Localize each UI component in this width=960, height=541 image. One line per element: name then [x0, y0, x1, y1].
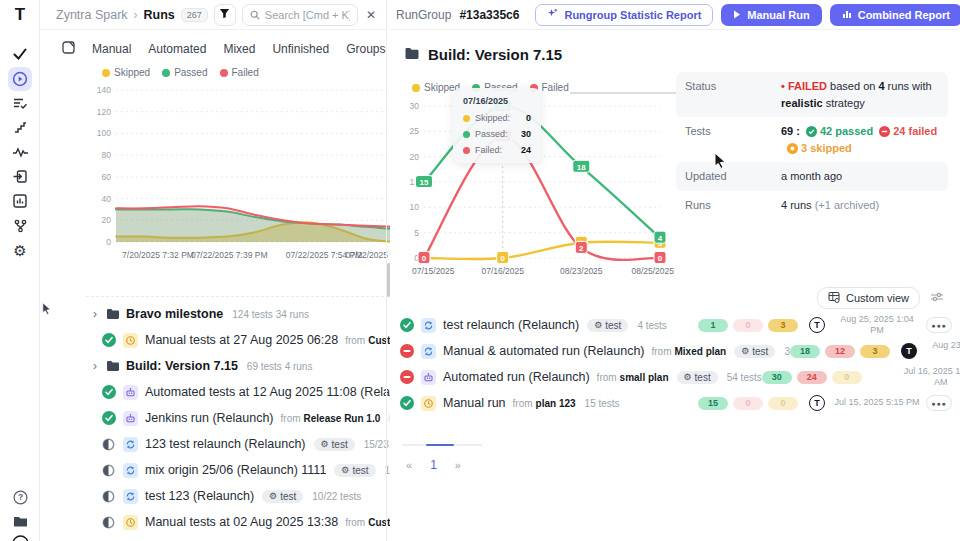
sidebar-item-report[interactable]	[8, 189, 32, 213]
tooltip-row: Skipped:0	[463, 113, 531, 123]
left-chart-legend: SkippedPassedFailed	[102, 67, 259, 78]
folder-row[interactable]: › Build: Version 7.15 69 tests 4 runs	[80, 353, 425, 379]
run-row[interactable]: test 123 (Relaunch) ⚙test 10/22 tests	[80, 483, 425, 509]
tab-mixed[interactable]: Mixed	[223, 42, 255, 56]
run-row[interactable]: Manual tests at 02 Aug 2025 13:38 fromCu…	[80, 509, 425, 535]
run-title[interactable]: test relaunch (Relaunch)	[443, 318, 579, 332]
search-clear-button[interactable]: ✕	[364, 8, 378, 22]
sidebar-item-suites[interactable]	[8, 91, 32, 115]
check-icon	[13, 48, 27, 60]
branch-icon	[14, 219, 27, 233]
column-settings-icon[interactable]	[930, 289, 944, 307]
assignee-avatar[interactable]: T	[809, 395, 825, 411]
result-pills: 1500	[698, 397, 800, 410]
sidebar-item-import[interactable]	[8, 165, 32, 189]
sidebar-item-branch[interactable]	[8, 214, 32, 238]
from-label: from	[345, 517, 365, 528]
chevron-right-icon[interactable]: ›	[88, 307, 102, 321]
group-run-row[interactable]: test relaunch (Relaunch) ⚙test 4 tests 1…	[400, 312, 952, 338]
svg-text:10: 10	[410, 202, 420, 212]
folder-icon	[106, 308, 120, 320]
group-run-row[interactable]: Automated run (Relaunch) fromsmall plan …	[400, 364, 952, 390]
pill-yellow: 0	[768, 397, 798, 410]
statistic-report-button[interactable]: Rungroup Statistic Report	[535, 4, 713, 26]
combined-report-button[interactable]: Combined Report	[830, 4, 960, 26]
run-row[interactable]	[80, 535, 425, 541]
manual-clock-icon	[123, 333, 138, 348]
sidebar-item-runs[interactable]	[8, 67, 32, 91]
row-menu-button[interactable]: ●●●	[926, 317, 952, 333]
sidebar-docs-icon[interactable]	[8, 509, 32, 533]
page-number[interactable]: 1	[430, 458, 437, 472]
run-date: Jul 16, 2025 10:25 AM	[898, 366, 960, 389]
status-failed-icon	[400, 344, 415, 358]
run-row[interactable]: Automated tests at 12 Aug 2025 11:08 (Re…	[80, 379, 425, 405]
sidebar-item-check[interactable]	[8, 42, 32, 66]
svg-text:20: 20	[102, 215, 112, 225]
svg-text:0: 0	[422, 254, 427, 263]
pill-yellow: 0	[832, 371, 862, 384]
row-menu-button[interactable]: ●●●	[926, 395, 952, 411]
pill-red: 12	[825, 345, 855, 358]
custom-view-button[interactable]: Custom view	[817, 287, 920, 309]
manual-run-button[interactable]: Manual Run	[721, 4, 821, 26]
mixed-refresh-icon	[421, 318, 436, 333]
breadcrumb-runs[interactable]: Runs	[144, 8, 175, 22]
pill-red: 0	[733, 397, 763, 410]
folder-meta: 69 tests 4 runs	[247, 361, 313, 372]
sidebar-item-pulse[interactable]	[8, 140, 32, 164]
folder-title[interactable]: Build: Version 7.15	[126, 359, 238, 373]
next-page-button[interactable]: »	[455, 459, 461, 471]
folder-row[interactable]: › Bravo milestone 124 tests 34 runs	[80, 301, 425, 327]
run-row[interactable]: Manual tests at 27 Aug 2025 06:28 fromCu…	[80, 327, 425, 353]
runs-count-badge: 267	[181, 8, 208, 22]
run-title[interactable]: Manual & automated run (Relaunch)	[443, 344, 645, 358]
assignee-avatar[interactable]: T	[809, 317, 825, 333]
run-title[interactable]: Automated run (Relaunch)	[443, 370, 590, 384]
result-pills: 30240	[762, 371, 864, 384]
group-run-row[interactable]: Manual run fromplan 123 15 tests 1500 T …	[400, 390, 952, 416]
legend-item[interactable]: Skipped	[102, 67, 150, 78]
search-input[interactable]	[265, 9, 350, 21]
manual-clock-icon	[123, 515, 138, 530]
search-box[interactable]	[242, 4, 358, 26]
select-runs-icon[interactable]	[62, 40, 75, 58]
legend-dot	[412, 84, 420, 92]
run-title[interactable]: Manual run	[443, 396, 506, 410]
filter-icon	[219, 7, 230, 22]
group-run-row[interactable]: Manual & automated run (Relaunch) fromMi…	[400, 338, 952, 364]
legend-item[interactable]: Passed	[162, 67, 207, 78]
run-row[interactable]: mix origin 25/06 (Relaunch) 1111 ⚙test 1…	[80, 457, 425, 483]
sidebar-item-settings-gear[interactable]: ⚙	[8, 238, 32, 262]
run-title[interactable]: 123 test relaunch (Relaunch)	[145, 437, 306, 451]
sidebar-help-icon[interactable]: ?	[8, 485, 32, 509]
svg-text:140: 140	[97, 85, 111, 95]
assignee-avatar[interactable]: T	[901, 343, 917, 359]
result-pills: 103	[698, 319, 800, 332]
breadcrumb-project[interactable]: Zyntra Spark	[56, 8, 128, 22]
app-logo[interactable]: T	[0, 0, 40, 30]
tab-manual[interactable]: Manual	[92, 42, 131, 56]
run-title[interactable]: mix origin 25/06 (Relaunch) 1111	[145, 463, 326, 477]
chevron-right-icon[interactable]: ›	[88, 359, 102, 373]
prev-page-button[interactable]: «	[406, 459, 412, 471]
svg-text:08/25/2025: 08/25/2025	[631, 266, 674, 276]
run-title[interactable]: Manual tests at 27 Aug 2025 06:28	[145, 333, 338, 347]
run-title[interactable]: Jenkins run (Relaunch)	[145, 411, 274, 425]
run-title[interactable]: Manual tests at 02 Aug 2025 13:38	[145, 515, 338, 529]
filter-button[interactable]	[214, 4, 236, 26]
sidebar-user-avatar[interactable]: T	[8, 531, 32, 541]
tab-automated[interactable]: Automated	[148, 42, 206, 56]
sidebar-item-steps[interactable]	[8, 116, 32, 140]
run-title[interactable]: test 123 (Relaunch)	[145, 489, 254, 503]
gear-icon: ⚙	[741, 346, 749, 356]
tab-groups[interactable]: Groups	[346, 42, 385, 56]
runs-toolbar: Zyntra Spark › Runs 267 ✕	[40, 0, 386, 30]
run-row[interactable]: Jenkins run (Relaunch) fromRelease Run 1…	[80, 405, 425, 431]
legend-item[interactable]: Failed	[220, 67, 259, 78]
skipped-icon	[787, 143, 798, 154]
run-row[interactable]: 123 test relaunch (Relaunch) ⚙test 15/23…	[80, 431, 425, 457]
run-title[interactable]: Automated tests at 12 Aug 2025 11:08 (Re…	[145, 385, 421, 399]
tab-unfinished[interactable]: Unfinished	[272, 42, 329, 56]
folder-title[interactable]: Bravo milestone	[126, 307, 223, 321]
